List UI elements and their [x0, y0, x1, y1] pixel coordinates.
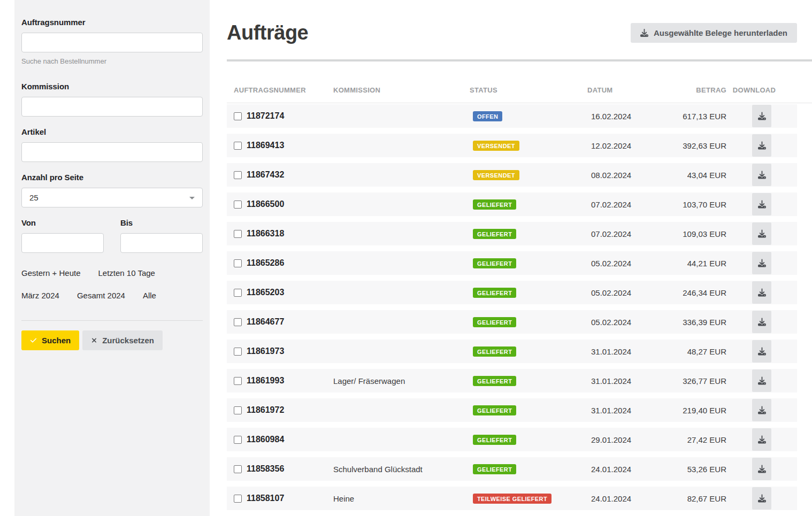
status-cell: GELIEFERT: [470, 346, 587, 357]
per-page-select[interactable]: 25: [21, 188, 203, 207]
row-download-button[interactable]: [752, 281, 771, 304]
date-cell: 31.01.2024: [587, 347, 641, 356]
auftragsnummer-label: Auftragsnummer: [21, 18, 203, 27]
row-checkbox[interactable]: [234, 201, 242, 209]
quick-filter-link[interactable]: Alle: [143, 291, 156, 301]
row-checkbox[interactable]: [234, 259, 242, 267]
search-button[interactable]: Suchen: [21, 330, 79, 350]
quick-filter-link[interactable]: Gesamt 2024: [77, 291, 125, 301]
order-number-cell: 11867432: [234, 170, 333, 180]
status-badge: GELIEFERT: [473, 229, 516, 239]
auftragsnummer-input[interactable]: [21, 33, 203, 52]
bis-label: Bis: [120, 218, 203, 227]
quick-filter-link[interactable]: Gestern + Heute: [21, 268, 80, 278]
column-header-betrag: BETRAG: [641, 86, 726, 103]
table-row: 11865286 GELIEFERT 05.02.2024 44,21 EUR: [227, 251, 797, 275]
row-download-button[interactable]: [752, 369, 771, 392]
amount-cell: 27,42 EUR: [641, 435, 726, 444]
row-download-button[interactable]: [752, 105, 771, 127]
download-cell: [726, 105, 797, 127]
order-number-cell: 11861972: [234, 405, 333, 415]
row-checkbox[interactable]: [234, 465, 242, 473]
date-cell: 07.02.2024: [587, 229, 641, 238]
row-checkbox[interactable]: [234, 436, 242, 444]
download-icon: [758, 229, 766, 238]
order-number-cell: 11861973: [234, 346, 333, 356]
order-number: 11865286: [247, 258, 284, 268]
row-download-button[interactable]: [752, 164, 771, 186]
quick-filter-link[interactable]: März 2024: [21, 291, 59, 301]
table-row: 11861993 Lager/ Fräserwagen GELIEFERT 31…: [227, 369, 797, 392]
download-cell: [726, 164, 797, 186]
order-number-cell: 11865286: [234, 258, 333, 268]
download-selected-button[interactable]: Ausgewählte Belege herunterladen: [631, 23, 797, 43]
status-cell: GELIEFERT: [470, 464, 587, 474]
status-cell: GELIEFERT: [470, 405, 587, 415]
row-download-button[interactable]: [752, 399, 771, 421]
status-cell: GELIEFERT: [470, 229, 587, 239]
order-number-cell: 11869413: [234, 141, 333, 150]
download-icon: [758, 494, 766, 503]
row-checkbox[interactable]: [234, 142, 242, 150]
row-checkbox[interactable]: [234, 495, 242, 503]
download-icon: [758, 259, 766, 267]
table-body: 11872174 OFFEN 16.02.2024 617,13 EUR 118…: [227, 104, 797, 510]
amount-cell: 103,70 EUR: [641, 200, 726, 209]
row-checkbox[interactable]: [234, 230, 242, 238]
status-cell: GELIEFERT: [470, 435, 587, 445]
download-cell: [726, 134, 797, 157]
date-cell: 24.01.2024: [587, 465, 641, 474]
quick-filter-link[interactable]: Letzten 10 Tage: [98, 268, 155, 278]
row-download-button[interactable]: [752, 487, 771, 510]
download-icon: [758, 318, 766, 326]
caret-down-icon: [189, 197, 195, 199]
row-checkbox[interactable]: [234, 318, 242, 326]
column-header-kommission: KOMMISSION: [333, 86, 470, 103]
date-cell: 05.02.2024: [587, 259, 641, 268]
order-number-cell: 11866500: [234, 199, 333, 209]
von-input[interactable]: [21, 233, 104, 253]
table-row: 11872174 OFFEN 16.02.2024 617,13 EUR: [227, 104, 797, 128]
row-download-button[interactable]: [752, 428, 771, 451]
column-header-download: DOWNLOAD: [726, 86, 797, 103]
kommission-cell: Schulverband Glückstadt: [333, 465, 470, 474]
order-number: 11861973: [247, 346, 284, 356]
row-checkbox[interactable]: [234, 171, 242, 179]
von-label: Von: [21, 218, 104, 227]
download-cell: [726, 369, 797, 392]
status-cell: GELIEFERT: [470, 288, 587, 298]
column-header-status: STATUS: [470, 86, 587, 103]
order-number-cell: 11865203: [234, 288, 333, 297]
row-download-button[interactable]: [752, 458, 771, 480]
column-header-datum: DATUM: [587, 86, 641, 103]
per-page-selected-value: 25: [29, 193, 39, 202]
row-download-button[interactable]: [752, 340, 771, 363]
row-download-button[interactable]: [752, 222, 771, 245]
kommission-input[interactable]: [21, 97, 203, 117]
amount-cell: 246,34 EUR: [641, 288, 726, 297]
row-checkbox[interactable]: [234, 348, 242, 356]
row-checkbox[interactable]: [234, 377, 242, 385]
row-download-button[interactable]: [752, 311, 771, 333]
amount-cell: 53,26 EUR: [641, 465, 726, 474]
row-download-button[interactable]: [752, 193, 771, 215]
row-download-button[interactable]: [752, 134, 771, 157]
check-icon: [30, 337, 37, 344]
row-checkbox[interactable]: [234, 406, 242, 414]
per-page-field-group: Anzahl pro Seite 25: [21, 173, 203, 207]
reset-button[interactable]: Zurücksetzen: [82, 330, 163, 350]
sidebar-divider: [21, 320, 203, 321]
artikel-input[interactable]: [21, 142, 203, 162]
close-icon: [91, 337, 97, 344]
status-badge: GELIEFERT: [473, 376, 516, 386]
bis-input[interactable]: [120, 233, 203, 253]
row-download-button[interactable]: [752, 252, 771, 274]
row-checkbox[interactable]: [234, 112, 242, 120]
row-checkbox[interactable]: [234, 289, 242, 297]
status-cell: GELIEFERT: [470, 317, 587, 327]
status-badge: GELIEFERT: [473, 405, 516, 415]
download-cell: [726, 193, 797, 215]
download-cell: [726, 311, 797, 333]
column-header-auftragsnummer: AUFTRAGSNUMMER: [234, 86, 333, 103]
amount-cell: 326,77 EUR: [641, 376, 726, 386]
